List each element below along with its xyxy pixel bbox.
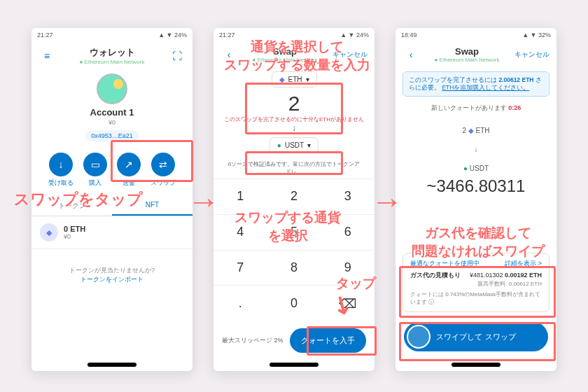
swap-arrow-icon: ↓: [396, 146, 556, 153]
annot-box-to: [245, 151, 343, 175]
token-sub: ¥0: [64, 233, 85, 240]
account-balance: ¥0: [31, 119, 192, 126]
arrow-1: →: [188, 182, 220, 220]
result-amount: ~3466.80311: [396, 176, 556, 196]
key-8[interactable]: 8: [267, 250, 321, 286]
annot-box-swap: [111, 140, 193, 182]
annot-2-top: 通貨を選択して スワップする数量を入力: [224, 38, 370, 74]
back-icon[interactable]: ‹: [402, 49, 419, 60]
status-right: ▲ ▼ 32%: [522, 31, 551, 38]
nav-handle[interactable]: [270, 363, 318, 367]
to-token: ● USDT: [396, 164, 556, 172]
empty-state: トークンが見当たりませんか? トークンをインポート: [31, 266, 192, 284]
annot-box-from: [245, 83, 343, 134]
chevron-down-icon: ▾: [307, 141, 311, 149]
annot-1: スワップをタップ: [14, 189, 143, 210]
status-time: 21:27: [37, 31, 53, 38]
status-time: 18:49: [401, 31, 417, 38]
annot-2-mid: スワップする通貨 を選択: [234, 209, 341, 245]
eth-icon: ◆: [40, 223, 58, 241]
to-token-label: USDT: [285, 141, 304, 149]
key-7[interactable]: 7: [214, 250, 267, 286]
quote-timer: 新しいクォートがあります 0:26: [396, 104, 556, 113]
avatar[interactable]: [97, 74, 127, 104]
nav-handle[interactable]: [451, 363, 500, 367]
key-0[interactable]: 0: [267, 285, 321, 321]
import-token-link[interactable]: トークンをインポート: [31, 275, 192, 284]
buy-label: 購入: [89, 179, 102, 186]
slippage-label[interactable]: 最大スリッページ 2%: [222, 336, 284, 345]
receive-label: 受け取る: [48, 179, 74, 186]
annot-box-swipe: [399, 322, 556, 361]
phone-swap-confirm: 18:49 ▲ ▼ 32% ‹ Swap● Ethereum Main Netw…: [396, 28, 556, 371]
menu-icon[interactable]: ≡: [38, 50, 55, 62]
statusbar: 18:49 ▲ ▼ 32%: [396, 28, 556, 42]
statusbar: 21:27 ▲ ▼ 24%: [31, 28, 192, 42]
token-row-eth[interactable]: ◆ 0 ETH ¥0: [31, 216, 192, 249]
arrow-2: →: [371, 182, 403, 220]
usdt-icon: ●: [277, 141, 281, 149]
topbar: ‹ Swap● Ethereum Main Network キャンセル: [396, 42, 556, 67]
annot-box-cta: [307, 326, 377, 356]
status-right: ▲ ▼ 24%: [158, 31, 187, 38]
topbar: ≡ ウォレット ● Ethereum Main Network ⛶: [31, 42, 192, 69]
key-dot[interactable]: .: [214, 285, 267, 321]
scan-icon[interactable]: ⛶: [169, 50, 186, 62]
nav-handle[interactable]: [88, 363, 136, 367]
page-title: Swap: [419, 46, 514, 57]
network-label: ● Ethereum Main Network: [419, 57, 514, 63]
insufficient-banner: このスワップを完了させるには 2.00612 ETH さらに必要。 ETHを追加…: [402, 71, 550, 97]
account-name[interactable]: Account 1: [31, 107, 192, 118]
network-label[interactable]: ● Ethereum Main Network: [55, 59, 169, 65]
empty-text: トークンが見当たりませんか?: [31, 266, 192, 275]
annot-box-gas: [399, 266, 556, 318]
receive-button[interactable]: ↓受け取る: [48, 153, 74, 188]
buy-button[interactable]: ▭購入: [83, 153, 107, 188]
cancel-button[interactable]: キャンセル: [514, 50, 550, 59]
from-amount: 2 ◆ ETH: [396, 127, 556, 134]
page-title: ウォレット: [55, 46, 169, 59]
token-name: 0 ETH: [64, 225, 85, 233]
annot-3: ガス代を確認して 問題なければスワイプ: [412, 224, 545, 260]
buy-eth-link[interactable]: ETHを追加購入してください。: [442, 84, 529, 91]
phone-swap-input: 21:27 ▲ ▼ 24% ‹ Swap● Ethereum Main Netw…: [214, 28, 374, 371]
